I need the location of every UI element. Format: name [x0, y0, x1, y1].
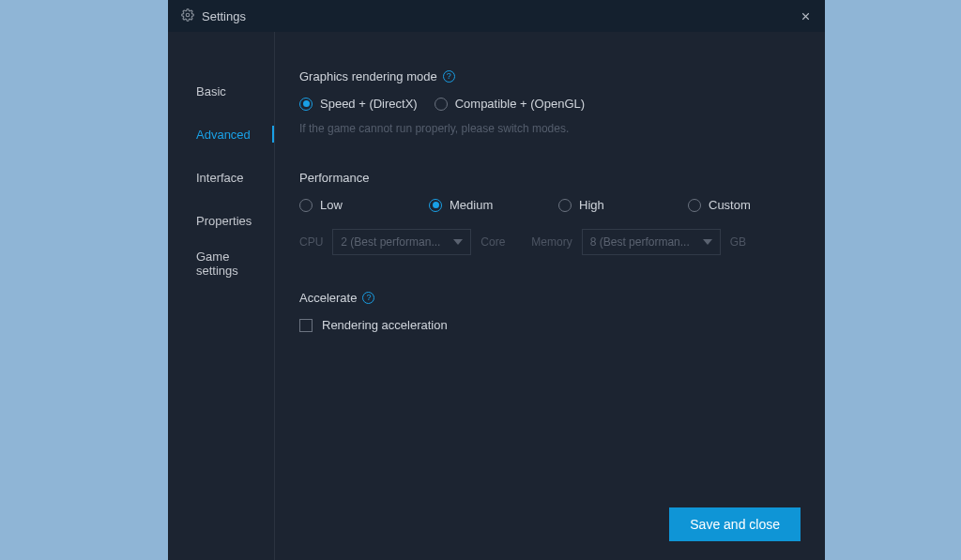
radio-speed-directx[interactable]: Speed + (DirectX) [299, 97, 418, 111]
checkbox-box-icon [299, 319, 313, 332]
section-graphics: Graphics rendering mode ? Speed + (Direc… [299, 69, 801, 135]
sidebar-item-label: Basic [196, 84, 226, 98]
chevron-down-icon [453, 239, 463, 245]
footer: Save and close [669, 507, 801, 541]
radio-label: Low [320, 198, 343, 212]
sidebar-item-label: Properties [196, 214, 252, 228]
body: Basic Advanced Interface Properties Game… [168, 32, 825, 560]
close-button[interactable] [795, 6, 816, 26]
cpu-value: 2 (Best performan... [341, 235, 448, 249]
radio-label: Custom [709, 198, 751, 212]
sidebar-item-label: Interface [196, 171, 244, 185]
sidebar-item-label: Game settings [196, 250, 274, 278]
settings-window: Settings Basic Advanced Interface Proper… [168, 0, 825, 560]
memory-dropdown[interactable]: 8 (Best performan... [582, 229, 721, 255]
sidebar-item-advanced[interactable]: Advanced [168, 113, 274, 156]
titlebar: Settings [168, 0, 825, 32]
section-accelerate: Accelerate ? Rendering acceleration [299, 291, 801, 332]
radio-dot-icon [435, 98, 448, 111]
radio-medium[interactable]: Medium [429, 198, 542, 212]
content: Graphics rendering mode ? Speed + (Direc… [275, 32, 825, 560]
radio-dot-icon [429, 199, 442, 212]
graphics-title: Graphics rendering mode [299, 69, 437, 83]
radio-high[interactable]: High [558, 198, 671, 212]
graphics-hint: If the game cannot run properly, please … [299, 122, 801, 135]
accelerate-title: Accelerate [299, 291, 357, 305]
rendering-acceleration-checkbox[interactable]: Rendering acceleration [299, 318, 801, 332]
graphics-title-row: Graphics rendering mode ? [299, 69, 801, 83]
save-and-close-button[interactable]: Save and close [669, 507, 801, 541]
help-icon[interactable]: ? [443, 70, 455, 83]
gear-icon [181, 8, 194, 24]
performance-levels: Low Medium High Custom [299, 198, 801, 212]
radio-label: Medium [450, 198, 493, 212]
performance-title: Performance [299, 171, 801, 185]
graphics-options: Speed + (DirectX) Compatible + (OpenGL) [299, 97, 801, 111]
radio-label: Speed + (DirectX) [320, 97, 418, 111]
sidebar-item-basic[interactable]: Basic [168, 69, 274, 113]
chevron-down-icon [703, 239, 712, 245]
svg-point-0 [186, 13, 190, 17]
window-title: Settings [202, 9, 787, 23]
radio-dot-icon [688, 199, 701, 212]
sidebar-item-interface[interactable]: Interface [168, 156, 274, 199]
radio-label: Compatible + (OpenGL) [455, 97, 585, 111]
radio-custom[interactable]: Custom [688, 198, 801, 212]
sidebar-item-properties[interactable]: Properties [168, 199, 274, 242]
radio-compatible-opengl[interactable]: Compatible + (OpenGL) [435, 97, 585, 111]
radio-dot-icon [299, 98, 313, 111]
cpu-label: CPU [299, 235, 323, 249]
radio-label: High [579, 198, 604, 212]
gb-label: GB [730, 235, 746, 249]
help-icon[interactable]: ? [362, 292, 374, 304]
memory-value: 8 (Best performan... [590, 235, 697, 249]
radio-low[interactable]: Low [299, 198, 412, 212]
core-label: Core [480, 235, 505, 249]
performance-resource-row: CPU 2 (Best performan... Core Memory 8 (… [299, 229, 801, 255]
memory-label: Memory [531, 235, 572, 249]
sidebar: Basic Advanced Interface Properties Game… [168, 32, 275, 560]
sidebar-item-game-settings[interactable]: Game settings [168, 242, 274, 285]
radio-dot-icon [558, 199, 572, 212]
close-icon [800, 10, 812, 23]
checkbox-label: Rendering acceleration [322, 318, 448, 332]
sidebar-item-label: Advanced [196, 128, 251, 142]
accelerate-title-row: Accelerate ? [299, 291, 801, 305]
cpu-dropdown[interactable]: 2 (Best performan... [332, 229, 471, 255]
radio-dot-icon [299, 199, 313, 212]
section-performance: Performance Low Medium High [299, 171, 801, 255]
